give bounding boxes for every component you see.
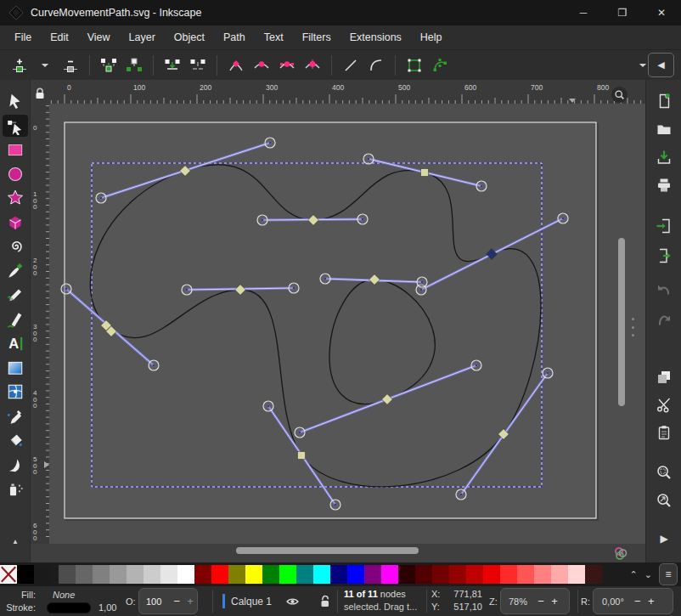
tool-gradient[interactable] [3, 357, 28, 379]
dock-collapse-button[interactable]: ◀ [648, 53, 674, 77]
palette-swatch[interactable] [585, 565, 602, 584]
menu-extensions[interactable]: Extensions [340, 27, 411, 48]
cut-button[interactable] [654, 394, 674, 415]
delete-segment-button[interactable] [185, 54, 211, 77]
palette-swatch[interactable] [483, 565, 500, 584]
tool-text[interactable]: A [3, 332, 28, 354]
palette-swatch[interactable] [313, 565, 330, 584]
print-button[interactable] [654, 175, 674, 195]
horizontal-ruler[interactable]: 0100200300400500600700800 [31, 80, 645, 104]
object-to-path-button[interactable] [402, 54, 427, 77]
palette-swatch[interactable] [211, 565, 228, 584]
palette-swatch[interactable] [500, 565, 517, 584]
quick-zoom-icon[interactable] [611, 87, 628, 103]
menu-object[interactable]: Object [165, 27, 214, 48]
save-button[interactable] [654, 147, 674, 167]
menu-text[interactable]: Text [255, 27, 293, 48]
fill-value[interactable]: None [53, 590, 75, 600]
auto-node-button[interactable] [300, 54, 325, 77]
import-button[interactable] [654, 216, 674, 236]
rotation-field[interactable]: 0,00° − + [593, 588, 673, 614]
open-button[interactable] [654, 119, 674, 139]
vertical-ruler[interactable]: 0100200300400500600 [31, 104, 49, 544]
dock-resize-grip[interactable] [632, 318, 635, 336]
palette-swatch[interactable] [296, 565, 313, 584]
toolbox-overflow-arrow[interactable]: ▲ [3, 530, 28, 552]
redo-button[interactable] [654, 311, 674, 331]
node-menu-arrow-button[interactable] [32, 54, 58, 77]
menu-view[interactable]: View [78, 27, 120, 48]
tool-mesh-gradient[interactable] [3, 381, 28, 403]
menu-help[interactable]: Help [411, 27, 452, 48]
break-nodes-button[interactable] [121, 54, 147, 77]
smooth-node-button[interactable] [249, 54, 274, 77]
path-node[interactable] [421, 169, 429, 177]
tool-rectangle[interactable] [3, 138, 28, 161]
palette-swatch[interactable] [381, 565, 398, 584]
tool-tweak[interactable] [3, 454, 28, 476]
menu-file[interactable]: File [5, 27, 41, 48]
zoom-decrease-button[interactable]: − [534, 595, 548, 608]
tool-pencil[interactable] [3, 284, 28, 306]
stroke-width-value[interactable]: 1,00 [98, 602, 116, 613]
stroke-to-path-button[interactable] [427, 54, 453, 77]
zoom-field[interactable]: 78% − + [500, 588, 570, 614]
palette-swatch[interactable] [110, 565, 127, 584]
palette-swatch[interactable] [398, 565, 415, 584]
minimize-button[interactable]: ─ [564, 0, 603, 25]
palette-swatch[interactable] [59, 565, 76, 584]
palette-swatch[interactable] [177, 565, 194, 584]
vertical-scrollbar[interactable] [618, 238, 625, 406]
stroke-color-swatch[interactable] [47, 602, 91, 613]
join-segment-button[interactable] [160, 54, 185, 77]
palette-swatch[interactable] [76, 565, 93, 584]
palette-swatch[interactable] [279, 565, 296, 584]
symmetric-node-button[interactable] [274, 54, 300, 77]
palette-swatch[interactable] [466, 565, 483, 584]
tool-node-editor[interactable] [3, 115, 28, 137]
paste-button[interactable] [654, 422, 674, 443]
current-layer-name[interactable]: Calque 1 [231, 596, 272, 608]
tool-selector[interactable] [3, 90, 28, 112]
palette-swatch[interactable] [517, 565, 534, 584]
duplicate-button[interactable] [654, 367, 674, 387]
palette-menu-button[interactable]: ≡ [659, 563, 678, 585]
path-node[interactable] [298, 452, 306, 460]
horizontal-scrollbar[interactable] [236, 547, 419, 554]
tool-paint-bucket[interactable] [3, 429, 28, 451]
palette-swatch[interactable] [127, 565, 144, 584]
tool-dropper[interactable] [3, 405, 28, 427]
rotation-increase-button[interactable]: + [644, 595, 658, 608]
menu-path[interactable]: Path [214, 27, 255, 48]
maximize-button[interactable]: ❐ [603, 0, 642, 25]
undo-button[interactable] [654, 280, 674, 301]
color-managed-icon[interactable] [612, 545, 629, 562]
palette-swatch[interactable] [568, 565, 585, 584]
rotation-value[interactable]: 0,00° [602, 596, 624, 607]
zoom-drawing-button[interactable] [654, 490, 674, 511]
expand-button[interactable]: ▶ [654, 528, 674, 549]
delete-node-button[interactable] [58, 54, 83, 77]
tool-pen[interactable] [3, 260, 28, 282]
palette-swatch[interactable] [364, 565, 381, 584]
palette-swatch[interactable] [228, 565, 245, 584]
palette-swatch[interactable] [347, 565, 364, 584]
menu-filters[interactable]: Filters [293, 27, 340, 48]
join-nodes-button[interactable] [96, 54, 121, 77]
menu-edit[interactable]: Edit [41, 27, 78, 48]
close-button[interactable]: ✕ [642, 0, 681, 25]
palette-scroll-up-icon[interactable]: ⌃ [630, 569, 638, 580]
zoom-selection-button[interactable] [654, 462, 674, 483]
opacity-increase-button[interactable]: + [183, 595, 197, 608]
layer-lock-icon[interactable] [318, 594, 331, 608]
opacity-field[interactable]: 100 − + [138, 588, 198, 614]
opacity-value[interactable]: 100 [146, 596, 161, 607]
tool-ellipse[interactable] [3, 163, 28, 185]
zoom-increase-button[interactable]: + [548, 595, 561, 608]
tool-spray[interactable] [3, 478, 28, 500]
palette-swatch[interactable] [534, 565, 551, 584]
curve-segment-button[interactable] [363, 54, 389, 77]
palette-swatch[interactable] [262, 565, 279, 584]
palette-scroll-down-icon[interactable]: ⌄ [644, 569, 652, 580]
palette-swatch[interactable] [93, 565, 110, 584]
